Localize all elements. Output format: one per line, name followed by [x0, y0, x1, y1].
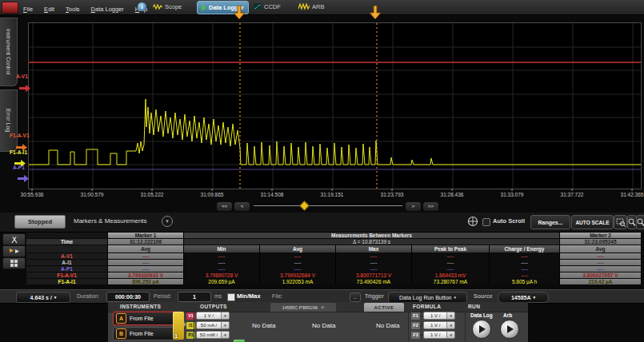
- duration-value[interactable]: 000:00:30: [106, 292, 150, 302]
- close-icon[interactable]: ×: [321, 304, 324, 310]
- channel3-no-data: No Data: [312, 322, 335, 329]
- chevron-down-icon: ▾: [446, 332, 454, 338]
- cell-max: 73.490426 mA: [336, 279, 412, 285]
- scroll-prev-button[interactable]: <: [234, 201, 250, 212]
- cell-ce: ----: [490, 253, 560, 260]
- chevron-down-icon: ▾: [454, 295, 456, 300]
- info-icon[interactable]: i: [138, 2, 146, 11]
- run-header: RUN: [468, 302, 480, 312]
- cell-ptp: ----: [412, 253, 490, 260]
- f2-badge: F2: [411, 322, 420, 329]
- menu-tools[interactable]: Tools: [60, 2, 86, 17]
- cell-m2: ----: [560, 253, 642, 260]
- datalog-run-label: Data Log: [470, 312, 493, 318]
- trace-label-a-p1: A-P1: [13, 165, 25, 170]
- browse-button[interactable]: ...: [350, 292, 361, 302]
- menu-edit[interactable]: Edit: [38, 2, 60, 17]
- scroll-first-button[interactable]: <<: [216, 201, 233, 212]
- ranges-button[interactable]: Ranges...: [530, 215, 570, 229]
- play-icon: [479, 325, 486, 333]
- auto-scale-button[interactable]: AUTO SCALE: [571, 215, 614, 229]
- cell-avg: ----: [260, 266, 336, 272]
- tab-ccdf[interactable]: CCDF: [250, 1, 285, 13]
- col-header-ptp: Peak to Peak: [412, 245, 490, 253]
- datalog-run-button[interactable]: [472, 320, 491, 339]
- f1-range-dropdown[interactable]: 1 V /▾: [423, 312, 455, 320]
- formula-f2-row: F2 ▾ 1 V /▾: [411, 321, 455, 329]
- stopped-button[interactable]: Stopped: [14, 215, 66, 229]
- x-tick-label: 31:23.793: [381, 192, 404, 197]
- f3-badge: F3: [411, 332, 420, 339]
- panel-title: Markers & Measurements: [74, 217, 147, 225]
- sidebar-tab-instrument-control[interactable]: Instrument Control: [0, 18, 18, 86]
- i1-range-dropdown[interactable]: 50 mA /▾: [196, 321, 230, 329]
- cell-ptp: ----: [412, 266, 490, 272]
- zoom-region-icon: [616, 218, 626, 227]
- auto-scroll-checkbox[interactable]: [482, 218, 490, 226]
- duration-label: Duration:: [77, 290, 99, 303]
- trigger-dropdown[interactable]: Data Log Run Button▾: [388, 292, 467, 303]
- trace-arrow-a-v1-icon[interactable]: [19, 81, 31, 95]
- col-header-m2-avg: Avg: [560, 245, 642, 253]
- chevron-down-icon: ▾: [421, 314, 422, 318]
- x-tick-label: 31:28.436: [441, 192, 464, 197]
- active-tab[interactable]: ACTIVE: [364, 303, 404, 312]
- marker2-flag[interactable]: [370, 6, 381, 20]
- trace-arrow-a-p1-icon[interactable]: [18, 171, 30, 185]
- menu-data-logger[interactable]: Data Logger: [86, 2, 130, 17]
- app-logo: [2, 2, 18, 14]
- cell-min: ----: [184, 260, 260, 266]
- grid-icon: [10, 259, 18, 268]
- markers-button[interactable]: [2, 245, 26, 257]
- crosshair-icon[interactable]: [467, 216, 478, 230]
- cell-ptp: 1.864433 mV: [412, 272, 490, 279]
- scroll-last-button[interactable]: >>: [422, 201, 439, 212]
- play-icon: [507, 325, 514, 333]
- channel1-bar[interactable]: 1: [173, 312, 184, 340]
- x-tick-label: 30:55.936: [21, 192, 44, 197]
- cell-ce: ----: [490, 266, 560, 272]
- x-tick-label: 31:19.151: [321, 192, 344, 197]
- f2-range-dropdown[interactable]: 1 V /▾: [423, 321, 455, 329]
- interval-dropdown[interactable]: 4.643 s /▾: [16, 292, 70, 303]
- cell-ptp: ----: [412, 260, 490, 266]
- minmax-checkbox[interactable]: [227, 293, 235, 301]
- grid-view-button[interactable]: [2, 257, 26, 269]
- panel-collapse-icon[interactable]: ▾: [162, 216, 173, 227]
- waveform-plot[interactable]: [28, 22, 642, 189]
- table-row: A-I1 ---- ---- ---- ---- ---- ---- ----: [26, 260, 642, 266]
- arb-run-button[interactable]: [500, 320, 519, 339]
- formula-f1-row: F1 ▾ 1 V /▾: [411, 312, 455, 320]
- instrument-tab[interactable]: 14585C P'BRGN6 ×: [270, 303, 336, 312]
- table-row: A-P1 ---- ---- ---- ---- ---- ---- ----: [26, 266, 642, 272]
- marker1-flag[interactable]: [234, 6, 245, 20]
- f3-range-dropdown[interactable]: 1 V /▾: [423, 331, 455, 339]
- app-window: FileEditToolsData LoggerHelp i Scope Dat…: [0, 0, 644, 342]
- table-row: F1-A-I1 896.253 µA 209.659 µA 1.922053 m…: [26, 279, 642, 285]
- arb-wave-icon: [298, 3, 310, 10]
- row-name: A-V1: [26, 253, 108, 260]
- tools-button[interactable]: [2, 233, 26, 245]
- menu-file[interactable]: File: [18, 2, 38, 17]
- x-tick-label: 31:00.579: [81, 192, 104, 197]
- cell-m2: 3.800027057 V: [560, 272, 642, 279]
- p1-range-dropdown[interactable]: 50 mW /▾: [196, 331, 230, 339]
- tab-arb[interactable]: ARB: [294, 1, 328, 13]
- v1-range-dropdown[interactable]: 1 V /▾: [196, 312, 230, 320]
- scroll-handle[interactable]: [299, 201, 310, 211]
- period-input[interactable]: 1: [178, 292, 211, 302]
- cell-min: 3.79890728 V: [184, 272, 260, 279]
- panel-divider: [194, 312, 194, 342]
- tab-scope[interactable]: Scope: [149, 1, 186, 13]
- cell-m1: 3.799330933 V: [108, 272, 184, 279]
- chevron-down-icon: ▾: [221, 312, 229, 319]
- sidebar-tab-error-log[interactable]: Error Log: [0, 89, 18, 152]
- outputs-header: OUTPUTS: [200, 302, 227, 312]
- scroll-next-button[interactable]: >: [405, 201, 422, 212]
- scroll-track[interactable]: [254, 205, 402, 206]
- instrument-a-button[interactable]: A From File: [113, 312, 180, 325]
- source-dropdown[interactable]: 14585A▾: [498, 292, 549, 303]
- zoom-out-button[interactable]: [636, 215, 644, 229]
- zoom-region-button[interactable]: [614, 215, 627, 229]
- instrument-b-button[interactable]: B From File: [113, 327, 180, 340]
